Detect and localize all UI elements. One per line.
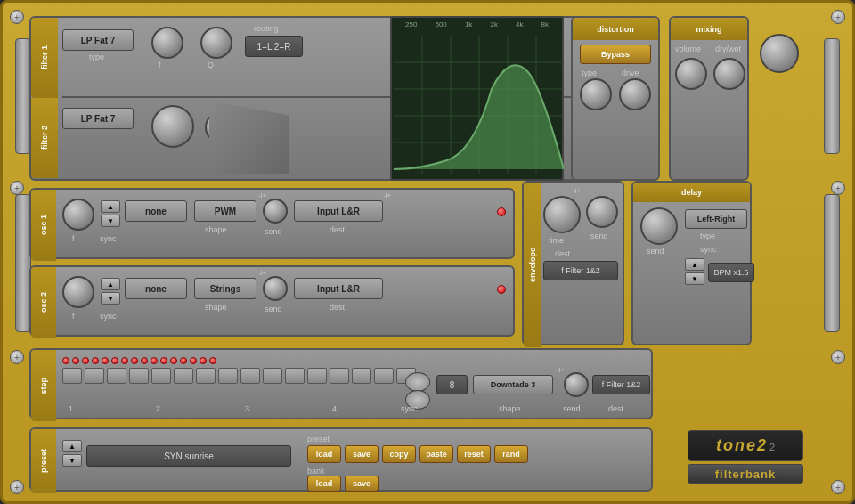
step-btn-5[interactable] [151,368,171,384]
step-btn-15[interactable] [374,368,394,384]
screw-br [831,480,845,494]
preset-load-button[interactable]: load [307,445,341,463]
delay-sync-down[interactable]: ▼ [685,272,704,285]
step-led-14 [190,357,197,364]
filter1-q-knob[interactable] [200,27,232,59]
filter1-f-knob[interactable] [151,27,183,59]
osc2-send-knob[interactable] [263,276,288,301]
envelope-label-area: envelope [524,183,542,347]
tone2-trademark: 2 [770,442,775,452]
osc1-led [497,207,506,216]
filter2-label: filter 2 [40,126,49,150]
bypass-button[interactable]: Bypass [580,45,651,64]
osc2-sync-dropdown[interactable]: none [125,278,187,299]
step-led-11 [160,357,167,364]
tone2-logo-box: tone2 2 [688,430,803,461]
drywet-knob[interactable] [713,58,745,90]
preset-up[interactable]: ▲ [62,440,82,452]
osc2-sync-up[interactable]: ▲ [101,278,120,290]
step-btn-10[interactable] [263,368,282,384]
envelope-dest-display: f Filter 1&2 [543,261,618,280]
osc1-f-knob[interactable] [62,199,94,231]
osc2-label-area: osc 2 [31,267,56,338]
osc1-dest-label: dest [330,225,345,234]
routing-label: routing [254,24,279,33]
eq-display: 250 500 1k 2k 4k 8k [390,16,564,181]
distortion-drive-knob[interactable] [619,78,651,110]
delay-label-area: delay [633,183,750,202]
filter1-routing-display: 1=L 2=R [245,36,303,57]
step-sync-oval[interactable] [405,372,430,392]
freq-500: 500 [435,20,446,28]
filter2-type-dropdown[interactable]: LP Fat 7 [62,108,134,129]
osc1-sync-dropdown[interactable]: none [125,200,187,222]
delay-bpm-display: BPM x1.5 [708,263,754,282]
step-btn-7[interactable] [196,368,216,384]
step-btn-4[interactable] [129,368,149,384]
envelope-time-knob[interactable] [543,196,581,233]
preset-reset-button[interactable]: reset [457,445,491,463]
step-btn-14[interactable] [352,368,371,384]
freq-8k: 8k [542,20,549,28]
main-panel: filter 1 filter 2 LP Fat 7 type f Q rout… [0,0,855,504]
step-marker-3: 3 [245,404,249,413]
delay-type-dropdown[interactable]: Left-Right [685,209,747,229]
step-btn-1[interactable] [62,368,82,384]
filter2-f-knob[interactable] [151,105,194,148]
step-btn-8[interactable] [218,368,238,384]
bank-load-button[interactable]: load [307,476,341,492]
step-btn-13[interactable] [330,368,349,384]
step-marker-4: 4 [332,404,337,413]
screw-bl [10,480,24,494]
preset-rand-button[interactable]: rand [494,445,528,463]
step-btn-11[interactable] [285,368,305,384]
volume-label: volume [675,45,701,53]
envelope-panel: envelope -l+ time send dest f Filter 1&2 [522,181,624,345]
bank-save-button[interactable]: save [345,476,379,492]
delay-sync-up[interactable]: ▲ [685,258,704,271]
osc1-panel: osc 1 f ▲ ▼ sync none PWM shape send -l+… [29,188,515,259]
osc1-sync-down[interactable]: ▼ [101,215,120,227]
osc1-send-knob[interactable] [263,199,288,224]
osc2-dest-dropdown[interactable]: Input L&R [294,278,383,299]
osc2-sync-down[interactable]: ▼ [101,292,120,305]
envelope-send-knob[interactable] [586,196,618,228]
preset-copy-button[interactable]: copy [382,445,416,463]
right-knob[interactable] [760,34,799,73]
filter1-label: filter 1 [40,45,49,69]
step-led-9 [141,357,148,364]
osc2-shape-dropdown[interactable]: Strings [194,278,256,299]
step-btn-3[interactable] [107,368,126,384]
delay-panel: delay send Left-Right type sync ▲ ▼ BPM … [631,181,752,345]
osc1-sync-up[interactable]: ▲ [101,200,120,213]
step-send-knob[interactable] [564,372,589,397]
preset-save-button[interactable]: save [345,445,379,463]
preset-down[interactable]: ▼ [62,454,82,467]
distortion-type-knob[interactable] [580,78,612,110]
step-btn-12[interactable] [307,368,327,384]
step-btn-2[interactable] [85,368,104,384]
osc2-f-knob[interactable] [62,276,94,308]
step-btn-6[interactable] [174,368,193,384]
step-panel: step [29,348,653,419]
step-btn-9[interactable] [240,368,260,384]
osc1-dest-dropdown[interactable]: Input L&R [294,200,383,222]
osc2-sync-label: sync [100,312,117,321]
step-sync-label: sync [401,404,418,413]
step-led-4 [92,357,99,364]
preset-paste-button[interactable]: paste [419,445,453,463]
step-shape-dropdown[interactable]: Downtade 3 [473,375,553,394]
volume-knob[interactable] [675,58,707,90]
step-send-label: send [563,404,581,413]
filter1-type-dropdown[interactable]: LP Fat 7 [62,29,134,51]
step-marker-2: 2 [156,404,160,413]
delay-send-knob[interactable] [640,207,678,245]
osc1-shape-dropdown[interactable]: PWM [194,200,256,222]
osc1-minus-label: -l+ [258,191,266,199]
screw-tr [831,10,845,24]
eq-freq-labels: 250 500 1k 2k 4k 8k [392,18,562,31]
step-shape-label: shape [499,404,521,413]
tone2-brand: tone2 [716,436,768,455]
delay-sync-label: sync [700,245,717,254]
preset-name-display: SYN sunrise [86,445,291,467]
